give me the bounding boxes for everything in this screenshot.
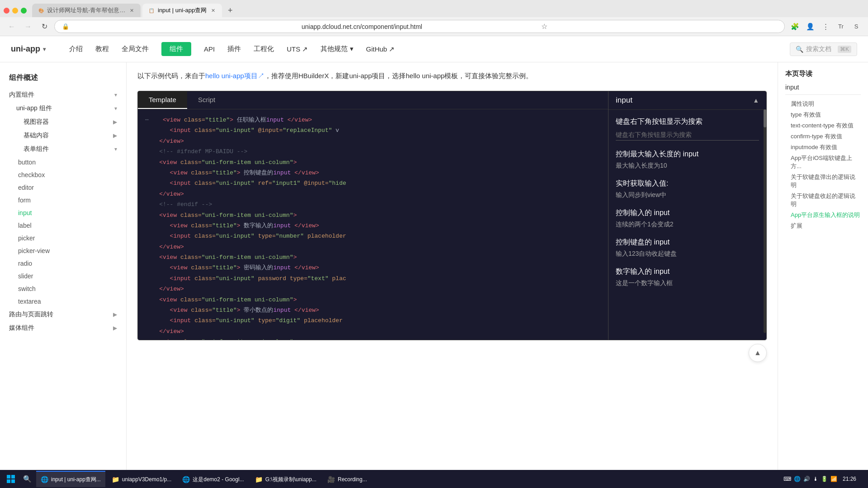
extra-btn1[interactable]: S — [850, 20, 863, 33]
preview-input-1[interactable] — [616, 129, 759, 141]
code-tab-script[interactable]: Script — [187, 91, 226, 109]
left-sidebar: 组件概述 内置组件 ▾ uni-app 组件 ▾ 视图容器 ▶ — [0, 62, 127, 483]
sidebar-item-textarea[interactable]: textarea — [0, 295, 126, 308]
sidebar-group-builtin[interactable]: 内置组件 ▾ — [0, 88, 126, 102]
code-line-19: <view class="title"> 带小数点的input </view> — [145, 305, 601, 315]
toc-sub-6[interactable]: 关于软键盘弹出的逻辑说明 — [785, 172, 861, 191]
tray-icon-5: 🔋 — [821, 476, 828, 482]
preview-scrollbar-thumb[interactable] — [764, 109, 766, 127]
sidebar-item-switch[interactable]: switch — [0, 282, 126, 295]
nav-link-engineering[interactable]: 工程化 — [254, 43, 274, 55]
address-bar[interactable]: 🔒 uniapp.dcloud.net.cn/component/input.h… — [54, 20, 785, 33]
svg-rect-1 — [11, 475, 15, 479]
refresh-btn[interactable]: ↻ — [38, 20, 51, 33]
maximize-window-btn[interactable] — [21, 8, 27, 14]
sidebar-item-radio[interactable]: radio — [0, 257, 126, 270]
sidebar-group-routing[interactable]: 路由与页面跳转 ▶ — [0, 308, 126, 321]
tab-2-title: input | uni-app查网 — [158, 6, 207, 14]
sidebar-item-checkbox[interactable]: checkbox — [0, 169, 126, 181]
taskbar-app-2-icon: 📁 — [112, 476, 119, 483]
show-desktop-btn[interactable] — [862, 472, 864, 486]
top-nav: uni-app ▾ 介绍 教程 全局文件 组件 API 插件 工程化 UTS ↗… — [0, 36, 868, 62]
taskbar-app-3-label: 这是demo2 - Googl... — [193, 476, 244, 483]
back-btn[interactable]: ← — [5, 20, 18, 33]
scroll-to-top-btn[interactable]: ▲ — [749, 344, 767, 362]
sidebar-group-basic[interactable]: 基础内容 ▶ — [0, 129, 126, 142]
sidebar-item-form[interactable]: form — [0, 194, 126, 206]
sidebar-item-button[interactable]: button — [0, 156, 126, 169]
tab-1[interactable]: 🎨 设计师网址导航-青年帮创意工... ✕ — [32, 4, 141, 17]
new-tab-btn[interactable]: + — [224, 4, 236, 17]
tab-2[interactable]: 📋 input | uni-app查网 ✕ — [142, 4, 222, 17]
nav-link-others[interactable]: 其他规范 ▾ — [321, 43, 353, 55]
nav-link-plugins[interactable]: 插件 — [227, 43, 241, 55]
extensions-btn[interactable]: 🧩 — [788, 20, 801, 33]
nav-link-github[interactable]: GitHub ↗ — [366, 43, 395, 55]
taskbar-app-1[interactable]: 🌐 input | uni-app查网... — [36, 471, 105, 487]
taskbar-search-btn[interactable]: 🔍 — [20, 472, 34, 486]
toc-sub-5[interactable]: App平台iOS端软键盘上方... — [785, 153, 861, 172]
forward-btn[interactable]: → — [22, 20, 34, 33]
sidebar-item-input[interactable]: input — [0, 206, 126, 219]
taskbar-app-2[interactable]: 📁 uniappV3Demo1/p... — [107, 471, 176, 487]
bookmark-icon[interactable]: ☆ — [541, 22, 777, 31]
toc-sub-4[interactable]: inputmode 有效值 — [785, 142, 861, 153]
sidebar-item-editor[interactable]: editor — [0, 181, 126, 194]
sidebar-item-label[interactable]: label — [0, 219, 126, 232]
taskbar-clock[interactable]: 21:26 — [839, 476, 860, 482]
profile-btn[interactable]: 👤 — [804, 20, 816, 33]
sidebar-forms-arrow: ▾ — [114, 146, 117, 152]
toc-sub-7[interactable]: 关于软键盘收起的逻辑说明 — [785, 191, 861, 210]
start-btn[interactable] — [4, 472, 18, 486]
tab-2-close[interactable]: ✕ — [209, 7, 217, 14]
preview-item-6: 数字输入的 input 这是一个数字输入框 — [616, 267, 759, 287]
nav-link-uts[interactable]: UTS ↗ — [287, 43, 308, 55]
nav-link-api[interactable]: API — [204, 43, 215, 55]
tab-1-close[interactable]: ✕ — [128, 7, 135, 14]
toc-sub-3[interactable]: confirm-type 有效值 — [785, 131, 861, 142]
toc-sub-1[interactable]: type 有效值 — [785, 109, 861, 120]
content-area: 组件概述 内置组件 ▾ uni-app 组件 ▾ 视图容器 ▶ — [0, 62, 868, 483]
code-tab-template[interactable]: Template — [138, 91, 187, 109]
search-shortcut: ⌘K — [838, 46, 851, 53]
preview-header: input ▲ — [609, 91, 766, 110]
code-line-14: <view class="uni-form-item uni-column"> — [145, 252, 601, 263]
taskbar-app-4[interactable]: 📁 G:\视频录制\uniapp... — [250, 471, 321, 487]
code-line-6: <view class="title"> 控制键盘的input </view> — [145, 168, 601, 178]
hello-uniapp-link[interactable]: hello uni-app项目↗ — [205, 72, 264, 80]
nav-link-intro[interactable]: 介绍 — [69, 43, 83, 55]
close-window-btn[interactable] — [4, 8, 9, 14]
sidebar-item-picker-view[interactable]: picker-view — [0, 244, 126, 257]
preview-scroll-up[interactable]: ▲ — [753, 97, 759, 104]
taskbar-app-3[interactable]: 🌐 这是demo2 - Googl... — [178, 471, 248, 487]
taskbar-search-icon: 🔍 — [23, 475, 32, 483]
page: uni-app ▾ 介绍 教程 全局文件 组件 API 插件 工程化 UTS ↗… — [0, 36, 868, 483]
sidebar-group-media[interactable]: 媒体组件 ▶ — [0, 321, 126, 335]
sidebar-group-view[interactable]: 视图容器 ▶ — [0, 115, 126, 129]
sidebar-item-slider[interactable]: slider — [0, 270, 126, 282]
nav-link-components[interactable]: 组件 — [161, 42, 191, 56]
minimize-window-btn[interactable] — [12, 8, 18, 14]
logo[interactable]: uni-app ▾ — [11, 44, 46, 54]
preview-item-3: 实时获取输入值: 输入同步到view中 — [616, 179, 759, 199]
toc-sub-2[interactable]: text-content-type 有效值 — [785, 120, 861, 131]
code-line-16: <input class="uni-input" password type="… — [145, 273, 601, 284]
toc-sub-0[interactable]: 属性说明 — [785, 99, 861, 109]
sidebar-uniapp-arrow: ▾ — [114, 105, 117, 112]
nav-link-tutorial[interactable]: 教程 — [95, 43, 109, 55]
code-line-1: ⋯ <view class="title"> 任职输入框input </view… — [145, 115, 601, 125]
toc-sub-8[interactable]: App平台原生输入框的说明 — [785, 210, 861, 221]
preview-panel: input ▲ 键盘右下角按钮显示为搜索 — [608, 91, 766, 340]
menu-btn[interactable]: ⋮ — [819, 20, 832, 33]
intro-text-after: ，推荐使用HBuilderX，新建uni-app项目，选择hello uni-a… — [264, 72, 533, 80]
translate-btn[interactable]: Tr — [835, 20, 847, 33]
nav-link-global[interactable]: 全局文件 — [122, 43, 149, 55]
sidebar-item-picker[interactable]: picker — [0, 232, 126, 244]
taskbar-app-5[interactable]: 🎥 Recording... — [323, 471, 372, 487]
toc-main-item[interactable]: input — [785, 84, 861, 91]
sidebar-group-forms[interactable]: 表单组件 ▾ — [0, 142, 126, 156]
tray-icon-1: ⌨ — [783, 476, 791, 482]
toc-sub-9[interactable]: 扩展 — [785, 221, 861, 231]
sidebar-group-uniapp[interactable]: uni-app 组件 ▾ — [0, 102, 126, 115]
search-box[interactable]: 🔍 搜索文档 ⌘K — [790, 42, 857, 56]
